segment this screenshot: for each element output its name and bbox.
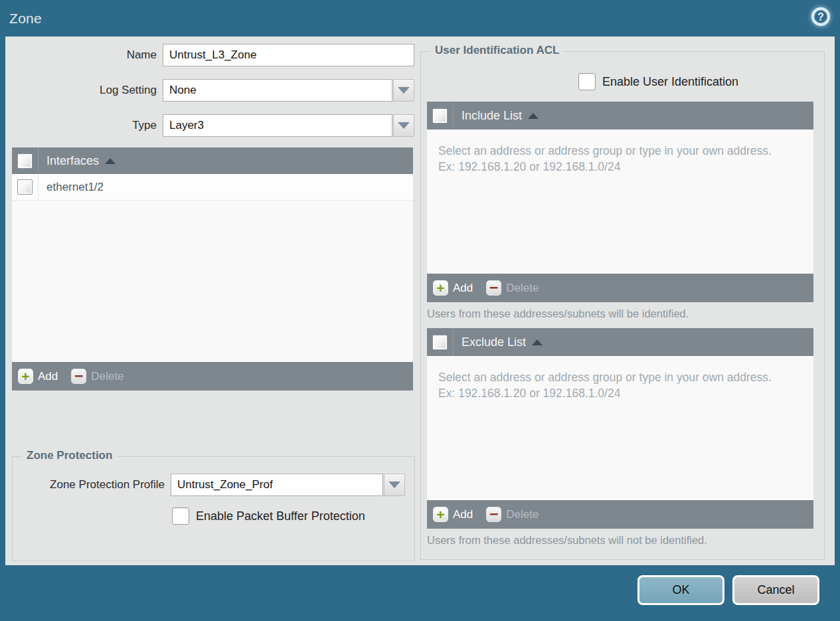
user-id-acl-legend: User Identification ACL (430, 44, 564, 57)
delete-interface-button[interactable]: − Delete (71, 369, 124, 384)
sort-asc-icon[interactable] (105, 158, 116, 164)
zone-protection-profile-dropdown (171, 474, 405, 496)
include-list-header: Include List (427, 102, 813, 130)
interfaces-table: Interfaces ethernet1/2 + Add − Delete (12, 147, 413, 391)
interfaces-column-header[interactable]: Interfaces (46, 154, 99, 168)
exclude-list-placeholder: Select an address or address group or ty… (438, 369, 790, 401)
exclude-list-footer: + Add − Delete (427, 500, 813, 529)
delete-icon: − (486, 507, 501, 522)
row-checkbox[interactable] (17, 179, 33, 195)
select-all-checkbox[interactable] (432, 335, 448, 350)
zone-protection-profile-label: Zone Protection Profile (12, 478, 171, 491)
table-row[interactable]: ethernet1/2 (12, 174, 413, 201)
ok-button[interactable]: OK (637, 575, 724, 605)
add-icon: + (433, 280, 448, 296)
type-dropdown (163, 114, 414, 137)
delete-icon: − (71, 369, 86, 384)
include-list-footer: + Add − Delete (427, 274, 813, 302)
interface-name: ethernet1/2 (46, 181, 104, 194)
add-exclude-button[interactable]: + Add (433, 507, 473, 522)
select-all-checkbox-cell (12, 147, 39, 174)
exclude-list-body[interactable]: Select an address or address group or ty… (427, 356, 813, 500)
include-list-caption: Users from these addresses/subnets will … (427, 308, 689, 320)
page-title: Zone (9, 11, 42, 27)
select-all-checkbox-cell (427, 328, 454, 356)
packet-buffer-protection-label: Enable Packet Buffer Protection (196, 509, 365, 523)
include-list-column-header[interactable]: Include List (462, 109, 522, 123)
type-input[interactable] (163, 114, 392, 137)
enable-user-identification-checkbox[interactable] (578, 73, 596, 90)
interfaces-table-header: Interfaces (12, 147, 413, 174)
type-label: Type (12, 119, 163, 132)
delete-include-button[interactable]: − Delete (486, 280, 539, 296)
interfaces-table-body: ethernet1/2 (12, 174, 413, 362)
zone-protection-legend: Zone Protection (22, 449, 117, 462)
name-label: Name (12, 48, 163, 62)
chevron-down-icon (388, 482, 400, 488)
log-setting-input[interactable] (163, 79, 392, 102)
enable-user-identification-label: Enable User Identification (602, 75, 738, 89)
add-icon: + (433, 507, 448, 522)
help-icon[interactable]: ? (811, 7, 830, 26)
log-setting-dropdown-button[interactable] (393, 79, 414, 102)
log-setting-dropdown (163, 79, 414, 102)
chevron-down-icon (398, 122, 410, 129)
include-list-body[interactable]: Select an address or address group or ty… (427, 130, 813, 274)
type-dropdown-button[interactable] (393, 114, 414, 137)
exclude-list-caption: Users from these addresses/subnets will … (427, 534, 707, 547)
chevron-down-icon (398, 87, 410, 94)
exclude-list-table: Exclude List Select an address or addres… (427, 328, 813, 529)
packet-buffer-protection-checkbox[interactable] (172, 507, 189, 525)
exclude-list-column-header[interactable]: Exclude List (462, 335, 526, 349)
exclude-list-header: Exclude List (427, 328, 813, 356)
add-interface-button[interactable]: + Add (18, 369, 58, 384)
delete-exclude-button[interactable]: − Delete (486, 507, 539, 522)
select-all-checkbox[interactable] (17, 153, 33, 169)
include-list-placeholder: Select an address or address group or ty… (438, 143, 790, 175)
sort-asc-icon[interactable] (528, 113, 539, 119)
select-all-checkbox-cell (427, 102, 454, 130)
zone-protection-profile-input[interactable] (171, 474, 383, 496)
cancel-button[interactable]: Cancel (732, 575, 819, 605)
delete-icon: − (486, 280, 501, 296)
interfaces-table-footer: + Add − Delete (12, 362, 413, 391)
add-include-button[interactable]: + Add (433, 280, 473, 296)
dialog-titlebar: Zone ? (0, 0, 840, 37)
sort-asc-icon[interactable] (532, 339, 543, 345)
select-all-checkbox[interactable] (432, 108, 448, 124)
row-checkbox-cell (12, 174, 39, 200)
include-list-table: Include List Select an address or addres… (427, 102, 813, 302)
zone-protection-profile-dropdown-button[interactable] (384, 474, 405, 496)
name-input[interactable] (163, 44, 414, 66)
add-icon: + (18, 369, 33, 384)
log-setting-label: Log Setting (12, 84, 163, 97)
zone-dialog: Name Log Setting Type Interfaces (5, 37, 835, 565)
